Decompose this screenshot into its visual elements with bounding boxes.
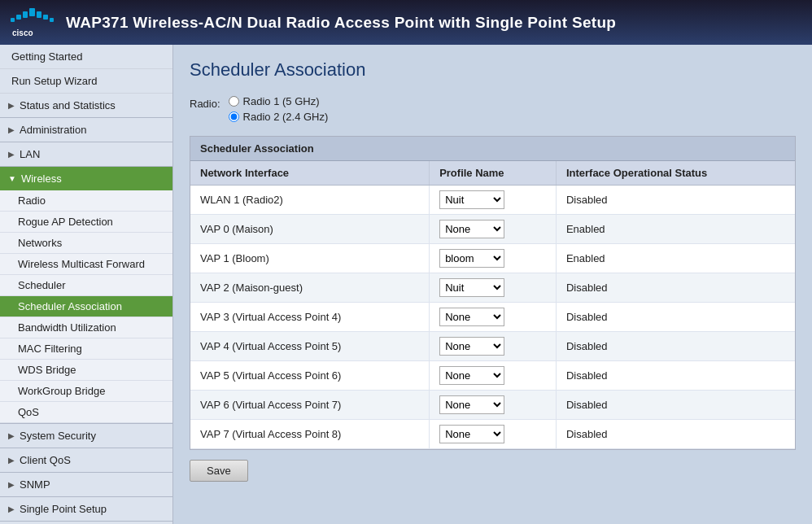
sidebar-section-snmp-label: SNMP — [20, 478, 50, 491]
profile-select-8[interactable]: NoneNuitbloom — [439, 425, 504, 443]
sidebar-item-radio[interactable]: Radio — [0, 190, 172, 212]
cell-interface-status: Disabled — [556, 303, 795, 332]
cell-interface-status: Disabled — [556, 391, 795, 420]
cell-profile-name: NoneNuitbloom — [430, 391, 557, 420]
cell-network-interface: VAP 3 (Virtual Access Point 4) — [190, 303, 430, 332]
radio1-label: Radio 1 (5 GHz) — [243, 95, 320, 107]
sidebar-section-single-point-label: Single Point Setup — [20, 503, 107, 515]
client-qos-arrow-icon: ▶ — [8, 456, 15, 465]
svg-rect-3 — [37, 11, 41, 18]
svg-rect-6 — [11, 18, 15, 22]
sidebar-item-getting-started[interactable]: Getting Started — [0, 45, 172, 69]
sidebar-section-status-header[interactable]: ▶ Status and Statistics — [0, 94, 172, 117]
lan-arrow-icon: ▶ — [8, 150, 15, 159]
table-row: VAP 1 (Bloom)NoneNuitbloomEnabled — [190, 244, 795, 273]
cell-profile-name: NoneNuitbloom — [430, 332, 557, 361]
profile-select-0[interactable]: NoneNuitbloom — [439, 190, 504, 209]
main-inner: Scheduler Association Radio: Radio 1 (5 … — [173, 45, 812, 496]
sidebar-section-single-point-header[interactable]: ▶ Single Point Setup — [0, 497, 172, 521]
table-row: VAP 6 (Virtual Access Point 7)NoneNuitbl… — [190, 391, 795, 420]
cell-profile-name: NoneNuitbloom — [430, 303, 557, 332]
sidebar-section-client-qos-header[interactable]: ▶ Client QoS — [0, 448, 172, 472]
sidebar-section-system-security-header[interactable]: ▶ System Security — [0, 424, 172, 448]
col-interface-status: Interface Operational Status — [556, 161, 795, 186]
radio-label: Radio: — [190, 95, 220, 113]
sidebar-section-client-qos: ▶ Client QoS — [0, 448, 172, 473]
sidebar-section-administration-label: Administration — [20, 124, 86, 136]
sidebar-section-single-point: ▶ Single Point Setup — [0, 497, 172, 522]
sidebar-section-wireless-header[interactable]: ▼ Wireless — [0, 167, 172, 190]
header: cisco WAP371 Wireless-AC/N Dual Radio Ac… — [0, 0, 812, 45]
table-row: WLAN 1 (Radio2)NoneNuitbloomDisabled — [190, 186, 795, 215]
sidebar-item-qos[interactable]: QoS — [0, 402, 172, 423]
radio1-option[interactable]: Radio 1 (5 GHz) — [229, 95, 329, 107]
profile-select-3[interactable]: NoneNuitbloom — [439, 278, 504, 297]
cell-network-interface: VAP 1 (Bloom) — [190, 244, 430, 273]
snmp-arrow-icon: ▶ — [8, 480, 15, 489]
sidebar-item-run-setup-wizard[interactable]: Run Setup Wizard — [0, 69, 172, 94]
profile-select-7[interactable]: NoneNuitbloom — [439, 395, 504, 414]
sidebar-item-rogue-ap[interactable]: Rogue AP Detection — [0, 212, 172, 233]
cell-profile-name: NoneNuitbloom — [430, 186, 557, 215]
save-button[interactable]: Save — [190, 460, 248, 482]
sidebar-item-wds-bridge[interactable]: WDS Bridge — [0, 360, 172, 381]
radio1-input[interactable] — [229, 96, 239, 107]
administration-arrow-icon: ▶ — [8, 125, 15, 134]
radio-selection: Radio: Radio 1 (5 GHz) Radio 2 (2.4 GHz) — [190, 95, 796, 123]
sidebar-item-run-setup-wizard-label: Run Setup Wizard — [11, 75, 98, 87]
cell-network-interface: VAP 0 (Maison) — [190, 215, 430, 244]
sidebar-item-scheduler-association[interactable]: Scheduler Association — [0, 296, 172, 317]
profile-select-1[interactable]: NoneNuitbloom — [439, 220, 504, 238]
wireless-children: Radio Rogue AP Detection Networks Wirele… — [0, 190, 172, 423]
save-bar: Save — [190, 450, 796, 482]
cell-network-interface: VAP 4 (Virtual Access Point 5) — [190, 332, 430, 361]
svg-rect-7 — [50, 18, 54, 22]
cell-profile-name: NoneNuitbloom — [430, 244, 557, 273]
cisco-logo: cisco — [10, 7, 55, 39]
wireless-arrow-icon: ▼ — [8, 174, 16, 183]
radio2-input[interactable] — [229, 111, 239, 122]
sidebar-section-snmp-header[interactable]: ▶ SNMP — [0, 473, 172, 496]
cell-profile-name: NoneNuitbloom — [430, 361, 557, 391]
sidebar-item-scheduler[interactable]: Scheduler — [0, 275, 172, 296]
profile-select-4[interactable]: NoneNuitbloom — [439, 308, 504, 326]
radio2-option[interactable]: Radio 2 (2.4 GHz) — [229, 111, 329, 123]
sidebar-item-wireless-multicast[interactable]: Wireless Multicast Forward — [0, 254, 172, 275]
table-row: VAP 3 (Virtual Access Point 4)NoneNuitbl… — [190, 303, 795, 332]
sidebar-section-lan-header[interactable]: ▶ LAN — [0, 142, 172, 166]
sidebar-item-networks[interactable]: Networks — [0, 233, 172, 254]
sidebar-section-client-qos-label: Client QoS — [20, 454, 71, 466]
sidebar-section-administration: ▶ Administration — [0, 118, 172, 142]
sidebar-section-lan: ▶ LAN — [0, 142, 172, 167]
table-row: VAP 0 (Maison)NoneNuitbloomEnabled — [190, 215, 795, 244]
scheduler-association-table: Network Interface Profile Name Interface… — [190, 161, 795, 449]
main-content: Scheduler Association Radio: Radio 1 (5 … — [173, 45, 812, 524]
svg-rect-5 — [43, 15, 48, 20]
profile-select-2[interactable]: NoneNuitbloom — [439, 249, 504, 268]
svg-rect-1 — [29, 8, 35, 16]
sidebar-section-snmp: ▶ SNMP — [0, 473, 172, 497]
sidebar-section-wireless-label: Wireless — [21, 172, 62, 185]
sidebar-item-workgroup-bridge[interactable]: WorkGroup Bridge — [0, 381, 172, 402]
profile-select-6[interactable]: NoneNuitbloom — [439, 366, 504, 385]
page-title: Scheduler Association — [190, 59, 796, 81]
cell-profile-name: NoneNuitbloom — [430, 273, 557, 303]
cell-network-interface: WLAN 1 (Radio2) — [190, 186, 430, 215]
sidebar-item-bandwidth-utilization[interactable]: Bandwidth Utilization — [0, 317, 172, 338]
svg-rect-4 — [16, 15, 21, 20]
col-profile-name: Profile Name — [430, 161, 557, 186]
col-network-interface: Network Interface — [190, 161, 430, 186]
table-row: VAP 2 (Maison-guest)NoneNuitbloomDisable… — [190, 273, 795, 303]
sidebar-section-administration-header[interactable]: ▶ Administration — [0, 118, 172, 142]
cell-interface-status: Disabled — [556, 420, 795, 449]
sidebar-item-mac-filtering[interactable]: MAC Filtering — [0, 338, 172, 360]
profile-select-5[interactable]: NoneNuitbloom — [439, 337, 504, 356]
sidebar-section-lan-label: LAN — [20, 148, 40, 160]
table-row: VAP 4 (Virtual Access Point 5)NoneNuitbl… — [190, 332, 795, 361]
cell-network-interface: VAP 6 (Virtual Access Point 7) — [190, 391, 430, 420]
status-arrow-icon: ▶ — [8, 101, 15, 110]
radio2-label: Radio 2 (2.4 GHz) — [243, 111, 329, 123]
table-body: WLAN 1 (Radio2)NoneNuitbloomDisabledVAP … — [190, 186, 795, 449]
cell-interface-status: Disabled — [556, 273, 795, 303]
cell-network-interface: VAP 2 (Maison-guest) — [190, 273, 430, 303]
